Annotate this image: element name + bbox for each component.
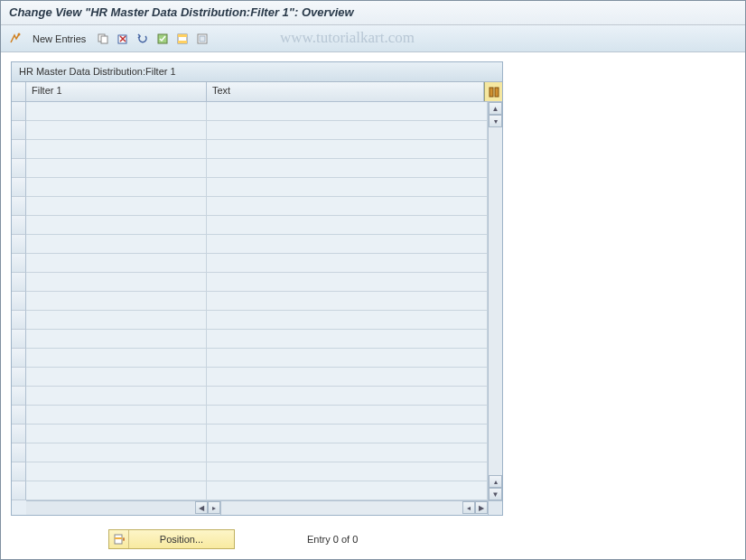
cell-text[interactable] — [207, 292, 488, 310]
table-row[interactable] — [26, 481, 488, 500]
row-selector[interactable] — [12, 349, 26, 368]
row-selector[interactable] — [12, 443, 26, 462]
cell-filter[interactable] — [26, 368, 207, 386]
row-selector[interactable] — [12, 368, 26, 387]
table-row[interactable] — [26, 178, 488, 197]
cell-filter[interactable] — [26, 235, 207, 253]
cell-filter[interactable] — [26, 311, 207, 329]
cell-text[interactable] — [207, 481, 488, 499]
scroll-down-icon[interactable]: ▼ — [489, 488, 502, 500]
row-selector[interactable] — [12, 330, 26, 349]
row-selector[interactable] — [12, 140, 26, 159]
hscroll-track[interactable] — [221, 501, 462, 515]
vertical-scrollbar[interactable]: ▲ ▾ ▴ ▼ — [488, 102, 502, 500]
row-selector[interactable] — [12, 159, 26, 178]
scroll-down-step-icon[interactable]: ▴ — [489, 475, 502, 488]
scroll-right-step-icon[interactable]: ◂ — [462, 501, 475, 514]
deselect-all-icon[interactable] — [194, 31, 210, 47]
position-button[interactable]: Position... — [108, 529, 235, 549]
cell-filter[interactable] — [26, 406, 207, 424]
cell-filter[interactable] — [26, 159, 207, 177]
row-selector[interactable] — [12, 178, 26, 197]
row-selector[interactable] — [12, 387, 26, 406]
cell-text[interactable] — [207, 216, 488, 234]
row-selector[interactable] — [12, 197, 26, 216]
select-block-icon[interactable] — [174, 31, 191, 47]
row-selector[interactable] — [12, 273, 26, 292]
column-header-filter[interactable]: Filter 1 — [26, 82, 207, 101]
cell-text[interactable] — [207, 178, 488, 196]
row-selector[interactable] — [12, 235, 26, 254]
copy-icon[interactable] — [95, 31, 111, 47]
cell-filter[interactable] — [26, 330, 207, 348]
row-selector[interactable] — [12, 121, 26, 140]
cell-filter[interactable] — [26, 121, 207, 139]
cell-filter[interactable] — [26, 254, 207, 272]
cell-filter[interactable] — [26, 216, 207, 234]
cell-text[interactable] — [207, 197, 488, 215]
row-selector[interactable] — [12, 425, 26, 443]
row-selector[interactable] — [12, 481, 26, 500]
other-view-icon[interactable] — [7, 31, 23, 47]
cell-filter[interactable] — [26, 443, 207, 462]
scroll-left-step-icon[interactable]: ▸ — [208, 501, 220, 514]
table-row[interactable] — [26, 216, 488, 235]
cell-text[interactable] — [207, 425, 488, 443]
table-row[interactable] — [26, 254, 488, 273]
configure-columns-icon[interactable] — [484, 82, 502, 101]
table-row[interactable] — [26, 462, 488, 481]
row-selector-header[interactable] — [12, 82, 26, 102]
new-entries-button[interactable]: New Entries — [27, 32, 91, 46]
cell-filter[interactable] — [26, 102, 207, 120]
scroll-up-icon[interactable]: ▲ — [489, 102, 502, 115]
table-row[interactable] — [26, 102, 488, 121]
cell-text[interactable] — [207, 349, 488, 367]
table-row[interactable] — [26, 349, 488, 368]
row-selector[interactable] — [12, 406, 26, 425]
cell-text[interactable] — [207, 368, 488, 386]
cell-text[interactable] — [207, 121, 488, 139]
scroll-right-icon[interactable]: ▶ — [475, 501, 488, 514]
table-row[interactable] — [26, 406, 488, 425]
cell-text[interactable] — [207, 140, 488, 158]
cell-filter[interactable] — [26, 140, 207, 158]
table-row[interactable] — [26, 425, 488, 443]
table-row[interactable] — [26, 443, 488, 462]
cell-filter[interactable] — [26, 197, 207, 215]
row-selector[interactable] — [12, 254, 26, 273]
table-row[interactable] — [26, 330, 488, 349]
table-row[interactable] — [26, 140, 488, 159]
cell-text[interactable] — [207, 235, 488, 253]
cell-text[interactable] — [207, 330, 488, 348]
cell-filter[interactable] — [26, 178, 207, 196]
row-selector[interactable] — [12, 102, 26, 121]
column-header-text[interactable]: Text — [207, 82, 484, 101]
cell-filter[interactable] — [26, 273, 207, 291]
table-row[interactable] — [26, 368, 488, 387]
cell-text[interactable] — [207, 311, 488, 329]
row-selector[interactable] — [12, 311, 26, 330]
cell-text[interactable] — [207, 462, 488, 481]
cell-text[interactable] — [207, 254, 488, 272]
cell-text[interactable] — [207, 102, 488, 120]
cell-filter[interactable] — [26, 481, 207, 499]
table-row[interactable] — [26, 121, 488, 140]
table-row[interactable] — [26, 159, 488, 178]
cell-text[interactable] — [207, 159, 488, 177]
scroll-left-icon[interactable]: ◀ — [195, 501, 208, 514]
table-row[interactable] — [26, 311, 488, 330]
select-all-icon[interactable] — [154, 31, 171, 47]
table-row[interactable] — [26, 387, 488, 406]
scroll-track[interactable] — [489, 127, 502, 475]
cell-text[interactable] — [207, 273, 488, 291]
row-selector[interactable] — [12, 292, 26, 311]
cell-text[interactable] — [207, 387, 488, 405]
cell-text[interactable] — [207, 443, 488, 462]
horizontal-scrollbar[interactable]: ◀ ▸ ◂ ▶ — [26, 500, 502, 515]
row-selector[interactable] — [12, 216, 26, 235]
table-row[interactable] — [26, 273, 488, 292]
table-row[interactable] — [26, 235, 488, 254]
cell-filter[interactable] — [26, 349, 207, 367]
cell-filter[interactable] — [26, 425, 207, 443]
cell-filter[interactable] — [26, 387, 207, 405]
